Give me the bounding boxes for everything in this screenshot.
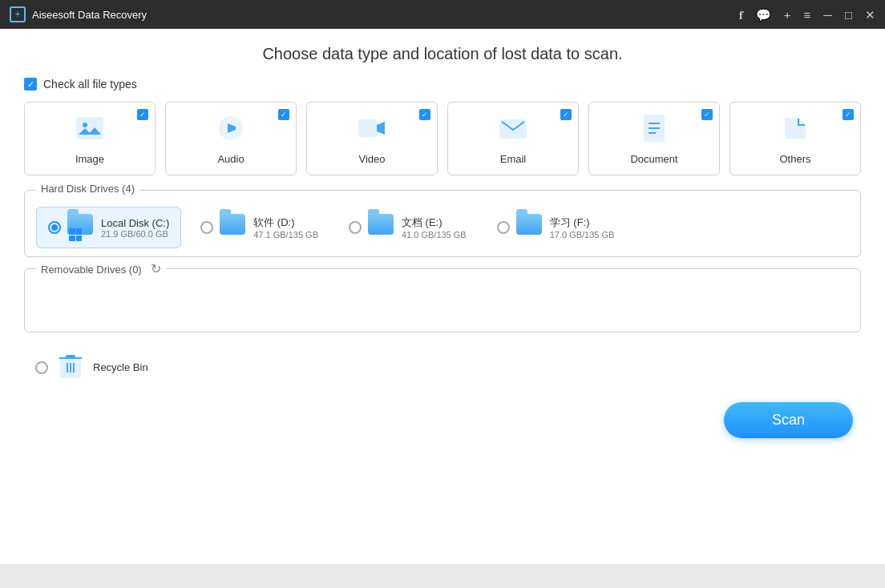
recycle-bin-row[interactable]: Recycle Bin xyxy=(24,344,861,391)
drive-d-radio[interactable] xyxy=(200,221,213,234)
file-type-document[interactable]: Document xyxy=(588,102,720,175)
document-checkbox[interactable] xyxy=(701,109,713,120)
drives-row: Local Disk (C:) 21.9 GB/60.0 GB 软件 (D:) … xyxy=(36,207,849,248)
image-checkbox[interactable] xyxy=(137,109,148,120)
drive-c-radio[interactable] xyxy=(48,221,61,234)
drive-e-info: 文档 (E:) 41.0 GB/135 GB xyxy=(402,215,467,240)
file-type-others[interactable]: Others xyxy=(729,102,861,175)
drive-c-icon-wrap xyxy=(67,214,95,241)
check-all-row[interactable]: Check all file types xyxy=(24,78,861,91)
others-label: Others xyxy=(779,153,810,165)
removable-label: Removable Drives (0) ↻ xyxy=(36,261,166,276)
drive-d-size: 47.1 GB/135 GB xyxy=(253,230,318,240)
drive-e[interactable]: 文档 (E:) 41.0 GB/135 GB xyxy=(337,207,478,248)
drive-f[interactable]: 学习 (F:) 17.0 GB/135 GB xyxy=(486,207,626,248)
drive-c-size: 21.9 GB/60.0 GB xyxy=(101,229,169,239)
drive-c-os-badge xyxy=(69,228,83,243)
drive-d-icon-wrap xyxy=(220,214,247,241)
drive-e-name: 文档 (E:) xyxy=(402,215,467,230)
drive-e-radio[interactable] xyxy=(349,221,362,234)
add-icon[interactable]: + xyxy=(784,9,791,21)
refresh-icon[interactable]: ↻ xyxy=(151,262,161,276)
recycle-bin-icon xyxy=(58,350,83,385)
file-type-image[interactable]: Image xyxy=(24,102,156,175)
audio-checkbox[interactable] xyxy=(278,109,289,120)
drive-c[interactable]: Local Disk (C:) 21.9 GB/60.0 GB xyxy=(36,207,181,248)
hard-disk-section: Hard Disk Drives (4) Local Disk (C:) 21.… xyxy=(24,190,861,257)
taskbar-hint xyxy=(0,564,885,588)
svg-rect-0 xyxy=(77,118,103,139)
drive-d-info: 软件 (D:) 47.1 GB/135 GB xyxy=(253,215,318,240)
scan-btn-row: Scan xyxy=(24,402,861,438)
others-checkbox[interactable] xyxy=(843,109,854,120)
recycle-bin-radio[interactable] xyxy=(35,361,48,374)
drive-e-folder xyxy=(368,214,394,235)
email-checkbox[interactable] xyxy=(560,109,572,120)
file-type-audio[interactable]: Audio xyxy=(165,102,297,175)
email-label: Email xyxy=(500,153,527,165)
drive-c-name: Local Disk (C:) xyxy=(101,217,169,229)
app-icon: + xyxy=(10,6,26,22)
removable-section: Removable Drives (0) ↻ xyxy=(24,268,861,332)
minimize-icon[interactable]: ─ xyxy=(823,9,832,21)
drive-e-size: 41.0 GB/135 GB xyxy=(402,230,467,240)
drive-f-radio[interactable] xyxy=(497,221,510,234)
image-label: Image xyxy=(75,153,104,165)
window-controls: 𝐟 💬 + ≡ ─ □ ✕ xyxy=(739,9,875,21)
audio-label: Audio xyxy=(217,153,244,165)
drive-d[interactable]: 软件 (D:) 47.1 GB/135 GB xyxy=(189,207,329,248)
close-icon[interactable]: ✕ xyxy=(865,9,875,21)
page-title: Choose data type and location of lost da… xyxy=(24,45,861,63)
document-label: Document xyxy=(630,153,677,165)
titlebar: + Aiseesoft Data Recovery 𝐟 💬 + ≡ ─ □ ✕ xyxy=(0,0,885,29)
app-title: Aiseesoft Data Recovery xyxy=(32,9,733,21)
scan-button[interactable]: Scan xyxy=(724,402,853,438)
document-icon xyxy=(640,114,669,147)
image-icon xyxy=(75,114,104,147)
drive-d-name: 软件 (D:) xyxy=(253,215,318,230)
check-all-checkbox[interactable] xyxy=(24,78,37,91)
restore-icon[interactable]: □ xyxy=(845,9,852,21)
main-content: Choose data type and location of lost da… xyxy=(0,29,885,564)
drive-f-size: 17.0 GB/135 GB xyxy=(550,230,615,240)
facebook-icon[interactable]: 𝐟 xyxy=(739,9,743,21)
svg-point-1 xyxy=(83,123,87,127)
check-all-label: Check all file types xyxy=(43,78,137,91)
drive-f-icon-wrap xyxy=(516,214,544,241)
chat-icon[interactable]: 💬 xyxy=(756,9,771,21)
others-icon xyxy=(781,114,810,147)
video-icon xyxy=(358,114,386,147)
file-type-email[interactable]: Email xyxy=(447,102,579,175)
video-checkbox[interactable] xyxy=(419,109,430,120)
drive-d-folder xyxy=(220,214,245,235)
svg-point-3 xyxy=(228,126,233,131)
menu-icon[interactable]: ≡ xyxy=(804,9,811,21)
drive-f-name: 学习 (F:) xyxy=(550,215,615,230)
video-label: Video xyxy=(358,153,385,165)
file-types-row: Image Audio Video xyxy=(24,102,861,175)
audio-icon xyxy=(216,114,245,147)
file-type-video[interactable]: Video xyxy=(306,102,438,175)
drive-c-info: Local Disk (C:) 21.9 GB/60.0 GB xyxy=(101,217,169,239)
svg-rect-4 xyxy=(359,120,377,136)
drive-f-folder xyxy=(516,214,542,235)
drive-f-info: 学习 (F:) 17.0 GB/135 GB xyxy=(550,215,615,240)
drive-e-icon-wrap xyxy=(368,214,395,241)
hard-disk-label: Hard Disk Drives (4) xyxy=(36,183,139,195)
recycle-bin-label: Recycle Bin xyxy=(93,361,148,373)
email-icon xyxy=(499,114,527,147)
